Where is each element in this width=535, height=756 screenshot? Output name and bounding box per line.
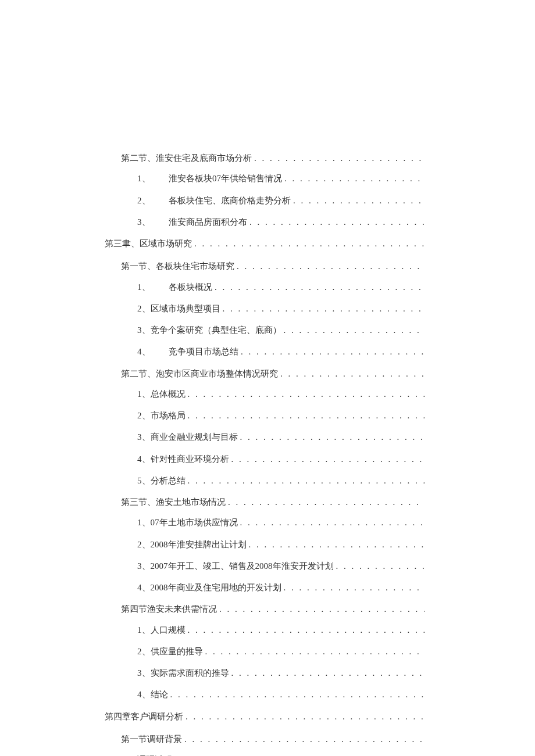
toc-entry-label: 各板块住宅、底商价格走势分析: [169, 194, 291, 207]
toc-entry: 1、人口规模: [105, 624, 425, 637]
toc-entry: 第一节调研背景: [105, 733, 425, 746]
toc-entry-label: 竞争项目市场总结: [169, 345, 238, 359]
toc-entry-label: 3、商业金融业规划与目标: [137, 431, 238, 444]
toc-leader-dots: [228, 496, 425, 509]
toc-leader-dots: [293, 194, 425, 207]
toc-leader-dots: [249, 538, 425, 551]
toc-entry-label: 第二节、泡安市区商业市场整体情况研究: [121, 367, 278, 381]
toc-leader-dots: [284, 581, 425, 594]
toc-leader-dots: [284, 324, 425, 337]
toc-entry: 第四节渔安未来供需情况: [105, 603, 425, 616]
toc-leader-dots: [284, 172, 425, 185]
toc-entry-number: 2、: [137, 194, 169, 207]
toc-leader-dots: [241, 345, 425, 359]
toc-entry-label: 第三聿、区域市场研究: [105, 237, 192, 250]
toc-entry: 2、区域市场典型项目: [105, 302, 425, 316]
toc-entry: 3、2007年开工、竣工、销售及2008年淮安开发计划: [105, 560, 425, 573]
toc-leader-dots: [254, 152, 425, 165]
toc-entry-label: 第四章客户调研分析: [105, 710, 183, 723]
toc-leader-dots: [170, 688, 425, 701]
toc-leader-dots: [223, 302, 425, 316]
toc-entry-label: 调研过程: [137, 753, 172, 756]
toc-leader-dots: [237, 260, 425, 273]
toc-entry: 4、针对性商业环境分析: [105, 453, 425, 466]
toc-entry-label: 2、区域市场典型项目: [137, 302, 220, 316]
toc-entry: 3、淮安商品房面积分布: [105, 216, 425, 229]
toc-entry: 第三节、渔安土地市场情况: [105, 496, 425, 509]
toc-entry: 第三聿、区域市场研究: [105, 237, 425, 250]
toc-entry-label: 4、针对性商业环境分析: [137, 453, 229, 466]
toc-entry-label: 第一节调研背景: [121, 733, 182, 746]
toc-entry-number: 1、: [137, 172, 169, 185]
toc-entry-label: 3、竞争个案研究（典型住宅、底商）: [137, 324, 281, 337]
toc-entry-number: 4、: [137, 345, 169, 359]
toc-leader-dots: [240, 516, 425, 529]
toc-entry-label: 第一节、各板块住宅市场研究: [121, 260, 234, 273]
toc-leader-dots: [188, 388, 425, 401]
toc-leader-dots: [205, 645, 425, 658]
toc-leader-dots: [215, 281, 425, 294]
toc-entry-label: 2、2008年淮安挂牌出让计划: [137, 538, 247, 551]
toc-entry-label: 第四节渔安未来供需情况: [121, 603, 217, 616]
toc-entry-label: 4、结论: [137, 688, 168, 701]
toc-entry: 第一节、各板块住宅市场研究: [105, 260, 425, 273]
toc-entry: 3、实际需求面积的推导: [105, 667, 425, 680]
toc-entry: 第二节、淮安住宅及底商市场分析: [105, 152, 425, 165]
toc-entry-label: 1、总体概况: [137, 388, 186, 401]
toc-entry-label: 第二节、淮安住宅及底商市场分析: [121, 152, 252, 165]
table-of-contents: 第二节、淮安住宅及底商市场分析1、淮安各板块07年供给销售情况2、各板块住宅、底…: [105, 152, 425, 756]
toc-leader-dots: [336, 560, 425, 573]
toc-entry-label: 1、人口规模: [137, 624, 186, 637]
toc-entry-number: 3、: [137, 216, 169, 229]
toc-entry-label: 4、2008年商业及住宅用地的开发计划: [137, 581, 281, 594]
toc-entry: 2、各板块住宅、底商价格走势分析: [105, 194, 425, 207]
toc-entry-label: 5、分析总结: [137, 474, 186, 488]
toc-leader-dots: [231, 453, 425, 466]
toc-leader-dots: [219, 603, 425, 616]
toc-trailing-dot: .: [422, 753, 425, 756]
toc-entry-label: 各板块概况: [169, 281, 212, 294]
toc-leader-dots: [188, 624, 425, 637]
toc-entry: 1、总体概况: [105, 388, 425, 401]
toc-entry-label: 2、供应量的推导: [137, 645, 203, 658]
toc-leader-dots: [186, 710, 425, 723]
toc-entry: 第四章客户调研分析: [105, 710, 425, 723]
toc-entry: 1、淮安各板块07年供给销售情况: [105, 172, 425, 185]
toc-entry-label: 3、2007年开工、竣工、销售及2008年淮安开发计划: [137, 560, 334, 573]
toc-entry: 3、竞争个案研究（典型住宅、底商）: [105, 324, 425, 337]
toc-leader-dots: [174, 753, 416, 756]
toc-entry: 调研过程.: [105, 753, 425, 756]
toc-entry: 4、结论: [105, 688, 425, 701]
toc-entry: 4、竞争项目市场总结: [105, 345, 425, 359]
toc-entry: 4、2008年商业及住宅用地的开发计划: [105, 581, 425, 594]
toc-leader-dots: [188, 474, 425, 488]
toc-leader-dots: [249, 216, 425, 229]
toc-entry-label: 淮安各板块07年供给销售情况: [169, 172, 282, 185]
toc-entry-label: 3、实际需求面积的推导: [137, 667, 229, 680]
toc-entry: 2、2008年淮安挂牌出让计划: [105, 538, 425, 551]
toc-entry-label: 第三节、渔安土地市场情况: [121, 496, 226, 509]
toc-entry-label: 1、07年土地市场供应情况: [137, 516, 238, 529]
toc-entry: 2、市场格局: [105, 409, 425, 422]
toc-leader-dots: [280, 367, 425, 381]
toc-leader-dots: [231, 667, 425, 680]
toc-entry: 5、分析总结: [105, 474, 425, 488]
toc-entry-label: 淮安商品房面积分布: [169, 216, 247, 229]
toc-leader-dots: [240, 431, 425, 444]
toc-entry-number: 1、: [137, 281, 169, 294]
toc-leader-dots: [194, 237, 425, 250]
toc-entry-label: 2、市场格局: [137, 409, 186, 422]
toc-leader-dots: [184, 733, 425, 746]
toc-entry: 1、07年土地市场供应情况: [105, 516, 425, 529]
toc-entry: 3、商业金融业规划与目标: [105, 431, 425, 444]
toc-entry: 1、各板块概况: [105, 281, 425, 294]
toc-entry: 第二节、泡安市区商业市场整体情况研究: [105, 367, 425, 381]
toc-leader-dots: [188, 409, 425, 422]
toc-entry: 2、供应量的推导: [105, 645, 425, 658]
